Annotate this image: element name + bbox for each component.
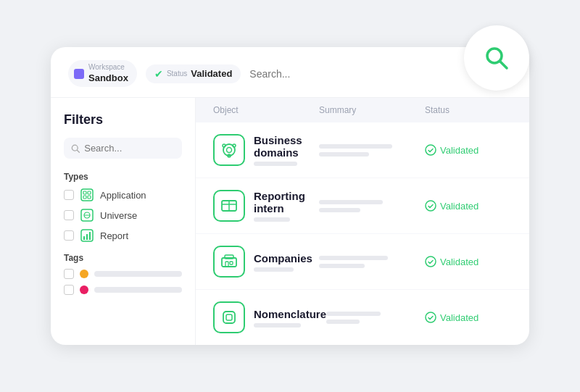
- table-header: Object Summary Status: [196, 98, 529, 122]
- row-3-summary: [319, 256, 425, 268]
- filter-application-checkbox[interactable]: [64, 190, 74, 200]
- svg-rect-15: [89, 232, 91, 240]
- svg-rect-28: [225, 262, 228, 267]
- svg-rect-29: [230, 262, 233, 264]
- col-object: Object: [213, 105, 319, 115]
- validated-icon-3: [425, 256, 436, 267]
- summary-bar-1b: [319, 152, 369, 157]
- svg-point-18: [223, 144, 225, 147]
- summary-bar-3a: [319, 256, 388, 260]
- filter-universe-checkbox[interactable]: [64, 210, 74, 220]
- status-check-icon: ✔: [154, 68, 163, 80]
- status-label: Status: [167, 70, 187, 78]
- validated-icon-2: [425, 200, 436, 212]
- table-row[interactable]: Reporting intern Validated: [196, 178, 529, 234]
- svg-rect-26: [222, 258, 236, 267]
- filter-application[interactable]: Application: [64, 188, 182, 202]
- svg-point-25: [426, 201, 436, 211]
- tag-1-dot: [80, 270, 88, 278]
- status-badge[interactable]: ✔ Status Validated: [146, 64, 241, 83]
- tags-section: Tags: [64, 253, 182, 295]
- companies-icon: [213, 246, 245, 278]
- svg-rect-7: [83, 196, 86, 199]
- row-1-summary: [319, 144, 425, 157]
- validated-icon-1: [425, 144, 436, 156]
- svg-point-19: [233, 144, 236, 147]
- filter-report-label: Report: [100, 230, 128, 241]
- sidebar: Filters Types: [51, 98, 196, 345]
- svg-rect-31: [223, 312, 235, 323]
- reporting-icon: [213, 190, 245, 222]
- row-2-status-text: Validated: [440, 201, 478, 212]
- row-1-name: Business domains: [254, 134, 319, 159]
- table-row[interactable]: Nomenclature Validated: [196, 290, 529, 345]
- svg-point-33: [426, 312, 436, 322]
- tag-2-dot: [80, 285, 88, 294]
- row-3-status: Validated: [425, 256, 512, 267]
- row-2-sub: [254, 217, 290, 222]
- tag-1-bar: [94, 271, 182, 277]
- svg-rect-4: [81, 189, 93, 201]
- workspace-icon: [74, 69, 84, 79]
- col-status: Status: [425, 105, 512, 115]
- table-row[interactable]: Business domains Validated: [196, 122, 529, 178]
- row-4-status-text: Validated: [440, 312, 478, 323]
- tag-2-checkbox[interactable]: [64, 285, 74, 295]
- sidebar-search-icon: [71, 143, 80, 154]
- summary-bar-1a: [319, 144, 392, 149]
- row-3-name: Companies: [254, 252, 312, 264]
- svg-point-21: [426, 145, 436, 155]
- validated-icon-4: [425, 312, 436, 323]
- svg-rect-32: [226, 314, 232, 320]
- svg-point-30: [426, 257, 436, 267]
- summary-bar-4b: [326, 320, 360, 324]
- application-icon: [80, 188, 94, 202]
- row-2-name: Reporting intern: [254, 190, 319, 214]
- universe-icon: [80, 208, 94, 222]
- filter-universe-label: Universe: [100, 210, 137, 221]
- row-object-2: Reporting intern: [213, 190, 319, 222]
- svg-rect-6: [88, 191, 91, 194]
- svg-rect-27: [225, 255, 233, 259]
- row-object-4: Nomenclature: [213, 301, 326, 333]
- svg-line-1: [500, 62, 508, 69]
- sidebar-search-container[interactable]: [64, 138, 182, 159]
- filter-report[interactable]: Report: [64, 228, 182, 243]
- row-1-status: Validated: [425, 144, 512, 156]
- status-value: Validated: [191, 68, 232, 79]
- types-label: Types: [64, 172, 182, 182]
- sidebar-search-input[interactable]: [84, 143, 175, 154]
- main-content: Object Summary Status: [196, 98, 529, 345]
- svg-line-3: [77, 150, 79, 152]
- row-4-sub: [254, 323, 301, 328]
- svg-rect-8: [88, 196, 91, 199]
- workspace-label: Workspace: [88, 64, 128, 71]
- svg-rect-14: [86, 234, 88, 240]
- row-4-status: Validated: [425, 312, 512, 323]
- row-1-status-text: Validated: [440, 145, 478, 156]
- row-3-sub: [254, 267, 294, 272]
- sidebar-title: Filters: [64, 112, 182, 128]
- report-icon: [80, 228, 94, 243]
- workspace-badge[interactable]: Workspace Sandbox: [68, 60, 137, 87]
- table-row[interactable]: Companies Validated: [196, 234, 529, 290]
- row-1-sub: [254, 162, 297, 166]
- tag-item-2[interactable]: [64, 285, 182, 295]
- tag-item-1[interactable]: [64, 269, 182, 279]
- row-2-status: Validated: [425, 200, 512, 212]
- domains-icon: [213, 134, 245, 166]
- search-circle-button[interactable]: [464, 25, 529, 91]
- row-2-summary: [319, 200, 425, 212]
- tags-label: Tags: [64, 253, 182, 263]
- workspace-value: Sandbox: [88, 72, 128, 83]
- filter-universe[interactable]: Universe: [64, 208, 182, 222]
- row-object-3: Companies: [213, 246, 319, 278]
- svg-point-17: [227, 148, 232, 153]
- header: Workspace Sandbox ✔ Status Validated: [51, 47, 529, 98]
- tag-1-checkbox[interactable]: [64, 269, 74, 279]
- filter-application-label: Application: [100, 190, 146, 201]
- summary-bar-3b: [319, 264, 365, 268]
- row-3-status-text: Validated: [440, 257, 478, 267]
- row-4-name: Nomenclature: [254, 308, 326, 320]
- filter-report-checkbox[interactable]: [64, 230, 74, 241]
